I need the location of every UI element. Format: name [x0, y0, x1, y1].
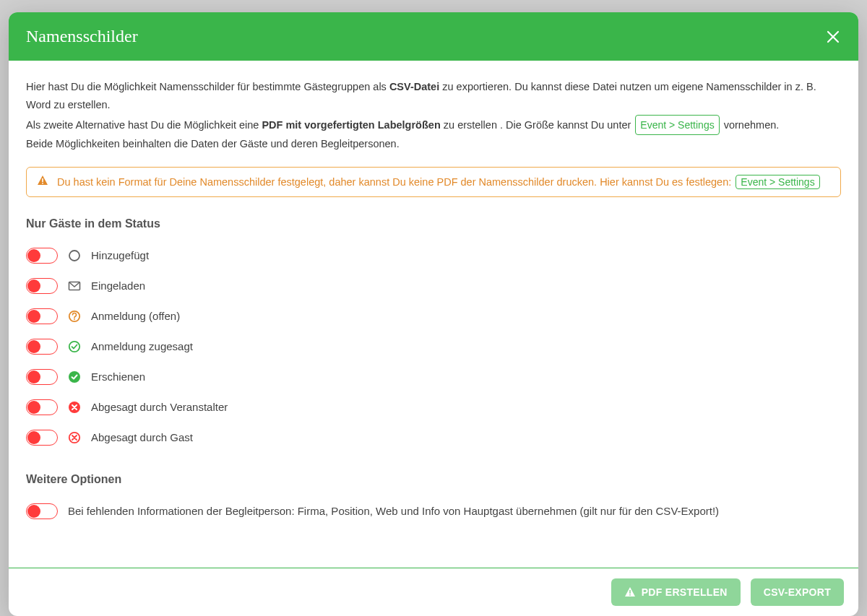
- intro-p2a: Als zweite Alternative hast Du die Mögli…: [26, 119, 262, 131]
- toggle-status-4[interactable]: [26, 369, 58, 385]
- status-label: Eingeladen: [91, 279, 145, 292]
- intro-p1b: CSV-Datei: [389, 81, 439, 92]
- alert-text: Du hast kein Format für Deine Namensschi…: [57, 176, 734, 188]
- section-options-title: Weitere Optionen: [26, 473, 841, 486]
- svg-rect-11: [629, 594, 631, 596]
- close-icon: [827, 30, 840, 43]
- status-row: Anmeldung (offen): [26, 301, 841, 331]
- status-label: Abgesagt durch Veranstalter: [91, 401, 228, 413]
- toggle-status-0[interactable]: [26, 248, 58, 264]
- intro-p2b: PDF mit vorgefertigten Labelgrößen: [262, 119, 440, 131]
- status-row: Eingeladen: [26, 271, 841, 301]
- warning-icon: [37, 175, 48, 188]
- status-list: HinzugefügtEingeladenAnmeldung (offen)An…: [26, 240, 841, 453]
- check-circle-outline-icon: [68, 340, 81, 353]
- status-row: Abgesagt durch Gast: [26, 422, 841, 453]
- status-label: Erschienen: [91, 370, 145, 383]
- status-label: Anmeldung zugesagt: [91, 340, 193, 352]
- intro-text: Hier hast Du die Möglichkeit Namensschil…: [26, 78, 841, 154]
- alert-settings-link[interactable]: Event > Settings: [736, 175, 819, 189]
- csv-button-label: CSV-EXPORT: [764, 586, 831, 598]
- intro-p2c: zu erstellen . Die Größe kannst Du unter: [441, 119, 634, 131]
- modal-header: Namensschilder: [9, 12, 858, 61]
- envelope-icon: [68, 279, 81, 292]
- toggle-status-1[interactable]: [26, 278, 58, 294]
- alert-no-format: Du hast kein Format für Deine Namensschi…: [26, 167, 841, 197]
- settings-link[interactable]: Event > Settings: [635, 115, 719, 136]
- status-row: Abgesagt durch Veranstalter: [26, 392, 841, 422]
- x-circle-filled-icon: [68, 401, 81, 414]
- status-row: Hinzugefügt: [26, 240, 841, 271]
- svg-point-2: [69, 251, 79, 261]
- toggle-status-5[interactable]: [26, 399, 58, 415]
- toggle-status-6[interactable]: [26, 430, 58, 446]
- circle-icon: [68, 249, 81, 262]
- svg-rect-1: [42, 183, 43, 184]
- csv-export-button[interactable]: CSV-EXPORT: [751, 578, 844, 606]
- intro-p1a: Hier hast Du die Möglichkeit Namensschil…: [26, 81, 389, 92]
- status-label: Abgesagt durch Gast: [91, 431, 193, 443]
- modal-namensschilder: Namensschilder Hier hast Du die Möglichk…: [9, 12, 858, 616]
- pdf-create-button[interactable]: PDF ERSTELLEN: [611, 578, 741, 606]
- svg-rect-0: [42, 178, 43, 182]
- svg-point-5: [74, 318, 75, 320]
- status-label: Anmeldung (offen): [91, 310, 180, 322]
- section-status-title: Nur Gäste in dem Status: [26, 217, 841, 230]
- status-label: Hinzugefügt: [91, 249, 149, 261]
- toggle-status-3[interactable]: [26, 339, 58, 355]
- modal-title: Namensschilder: [26, 27, 138, 46]
- option-row-inherit: Bei fehlenden Informationen der Begleitp…: [26, 496, 841, 526]
- warning-icon: [624, 586, 636, 598]
- intro-p3: Beide Möglichkeiten beinhalten die Daten…: [26, 135, 841, 153]
- close-button[interactable]: [825, 29, 841, 45]
- question-circle-icon: [68, 310, 81, 323]
- toggle-inherit-companion[interactable]: [26, 503, 58, 519]
- intro-p2d: vornehmen.: [721, 119, 780, 131]
- modal-footer: PDF ERSTELLEN CSV-EXPORT: [9, 568, 858, 616]
- check-circle-filled-icon: [68, 370, 81, 383]
- status-row: Anmeldung zugesagt: [26, 331, 841, 362]
- x-circle-outline-icon: [68, 431, 81, 444]
- pdf-button-label: PDF ERSTELLEN: [642, 586, 728, 598]
- svg-point-6: [69, 341, 79, 351]
- toggle-status-2[interactable]: [26, 308, 58, 324]
- status-row: Erschienen: [26, 362, 841, 392]
- modal-body: Hier hast Du die Möglichkeit Namensschil…: [9, 61, 858, 568]
- option-inherit-label: Bei fehlenden Informationen der Begleitp…: [68, 505, 719, 517]
- svg-rect-10: [629, 590, 631, 594]
